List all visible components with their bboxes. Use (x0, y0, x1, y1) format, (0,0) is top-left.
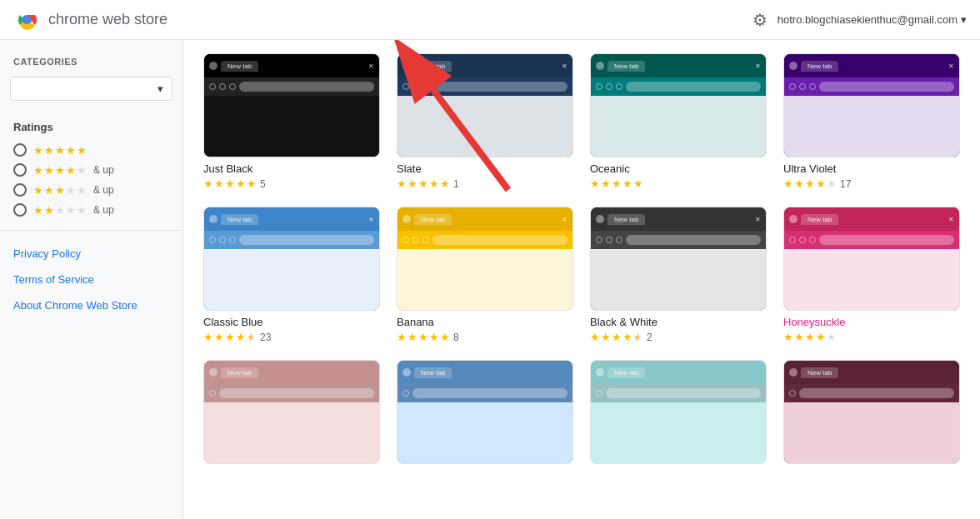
ratings-label: Ratings (0, 107, 182, 140)
header: chrome web store ⚙ hotro.blogchiasekient… (0, 0, 980, 40)
radio-button[interactable] (13, 163, 27, 177)
categories-dropdown[interactable]: ▾ (10, 77, 172, 101)
mock-toolbar (204, 231, 379, 249)
star-4: ★ (66, 164, 76, 177)
theme-card-just-black[interactable]: New tab ✕ Just Black (203, 53, 380, 190)
mock-body (398, 96, 572, 157)
theme-card-classic-blue[interactable]: New tab ✕ Classic Blue (203, 207, 380, 343)
theme-thumbnail: New tab ✕ (590, 53, 767, 157)
user-account[interactable]: hotro.blogchiasekienthuc@gmail.com ▾ (778, 13, 967, 26)
radio-button[interactable] (13, 203, 27, 217)
mock-titlebar: New tab ✕ (398, 54, 572, 77)
stars: ★ ★ ★ ★ ★ (397, 177, 450, 190)
stars-display: ★ ★ ★ ★ ★ (33, 144, 87, 157)
tab-icons: ✕ (755, 62, 761, 70)
mock-toolbar (204, 384, 379, 402)
and-up-label: & up (93, 204, 114, 216)
tab-icons: ✕ (368, 216, 374, 223)
nav-btn (616, 237, 622, 243)
theme-card-slate[interactable]: New tab ✕ Slate (397, 53, 573, 190)
star-3: ★ (55, 204, 65, 217)
mock-toolbar (398, 384, 572, 402)
privacy-policy-link[interactable]: Privacy Policy (0, 241, 182, 267)
mock-toolbar (784, 384, 959, 402)
mock-body (398, 402, 572, 463)
rating-2-stars[interactable]: ★ ★ ★ ★ ★ & up (0, 200, 182, 220)
nav-btn (412, 237, 419, 243)
mock-body (784, 96, 959, 157)
theme-rating: ★ ★ ★ ★ ★ 8 (397, 331, 573, 343)
mock-titlebar: New tab ✕ (784, 54, 959, 77)
theme-name: Black & White (590, 316, 767, 328)
close-btn (402, 368, 411, 377)
nav-btn (799, 83, 806, 90)
settings-icon[interactable]: ⚙ (752, 10, 768, 30)
nav-btn (596, 83, 602, 90)
theme-card-row3-2[interactable]: New tab (397, 360, 573, 464)
review-count: 2 (647, 332, 652, 343)
close-btn (209, 215, 218, 223)
tab-icons: ✕ (755, 216, 761, 223)
theme-card-banana[interactable]: New tab ✕ Banana (397, 207, 573, 343)
mock-body (784, 402, 959, 463)
mock-tab: New tab (801, 214, 838, 225)
url-bar (239, 235, 374, 245)
theme-card-black-white[interactable]: New tab ✕ Black & White (590, 207, 767, 343)
rating-4-stars[interactable]: ★ ★ ★ ★ ★ & up (0, 160, 182, 180)
theme-card-oceanic[interactable]: New tab ✕ Oceanic (590, 53, 767, 190)
header-right: ⚙ hotro.blogchiasekienthuc@gmail.com ▾ (752, 10, 967, 30)
close-btn (596, 62, 604, 70)
nav-btn (422, 83, 429, 90)
main-content: New tab ✕ Just Black (183, 40, 980, 519)
theme-rating: ★ ★ ★ ★ ★ (783, 331, 960, 343)
theme-name: Just Black (203, 162, 380, 175)
url-bar (626, 82, 761, 92)
mock-tab: New tab (414, 367, 452, 378)
radio-button[interactable] (13, 183, 27, 197)
nav-btn (229, 237, 236, 243)
stars-display: ★ ★ ★ ★ ★ (33, 184, 87, 197)
star-1: ★ (33, 184, 43, 197)
logo-area: chrome web store (13, 7, 168, 33)
close-btn (789, 215, 798, 223)
star-4: ★ (66, 204, 76, 217)
theme-card-row3-1[interactable]: New tab (203, 360, 380, 464)
nav-btn (402, 237, 409, 243)
url-bar (626, 235, 761, 245)
theme-thumbnail: New tab (590, 360, 767, 464)
mock-toolbar (784, 77, 959, 96)
theme-card-ultra-violet[interactable]: New tab ✕ Ultra Violet (783, 53, 960, 190)
star-3: ★ (55, 144, 65, 157)
nav-btn (209, 390, 216, 397)
mock-body (204, 402, 379, 463)
nav-btn (422, 237, 429, 243)
terms-of-service-link[interactable]: Terms of Service (0, 267, 182, 292)
radio-button[interactable] (13, 143, 27, 157)
about-chrome-web-store-link[interactable]: About Chrome Web Store (0, 292, 182, 318)
mock-titlebar: New tab (398, 361, 572, 384)
star-5: ★ (77, 164, 87, 177)
star-2: ★ (44, 204, 54, 217)
star-5: ★ (77, 144, 87, 157)
theme-card-row3-4[interactable]: New tab (783, 360, 960, 464)
stars: ★ ★ ★ ★ ★ (590, 177, 643, 190)
mock-body (591, 249, 766, 310)
theme-rating: ★ ★ ★ ★ ★ 2 (590, 331, 767, 343)
nav-btn (219, 237, 226, 243)
tab-icons: ✕ (562, 62, 568, 70)
rating-3-stars[interactable]: ★ ★ ★ ★ ★ & up (0, 180, 182, 200)
theme-rating: ★ ★ ★ ★ ★ 1 (397, 177, 573, 190)
close-btn (789, 62, 798, 70)
mock-browser: New tab (204, 361, 379, 463)
theme-thumbnail: New tab ✕ (203, 53, 380, 157)
mock-titlebar: New tab (204, 361, 379, 384)
theme-card-row3-3[interactable]: New tab (590, 360, 767, 464)
theme-rating: ★ ★ ★ ★ ★ 17 (783, 177, 960, 190)
stars: ★ ★ ★ ★ ★ (203, 331, 257, 343)
close-btn (402, 62, 411, 70)
review-count: 23 (260, 332, 271, 343)
close-btn (596, 368, 604, 377)
theme-card-honeysuckle[interactable]: New tab ✕ Honeysuckle (783, 207, 960, 343)
rating-5-stars[interactable]: ★ ★ ★ ★ ★ (0, 140, 182, 160)
mock-body (398, 249, 572, 310)
